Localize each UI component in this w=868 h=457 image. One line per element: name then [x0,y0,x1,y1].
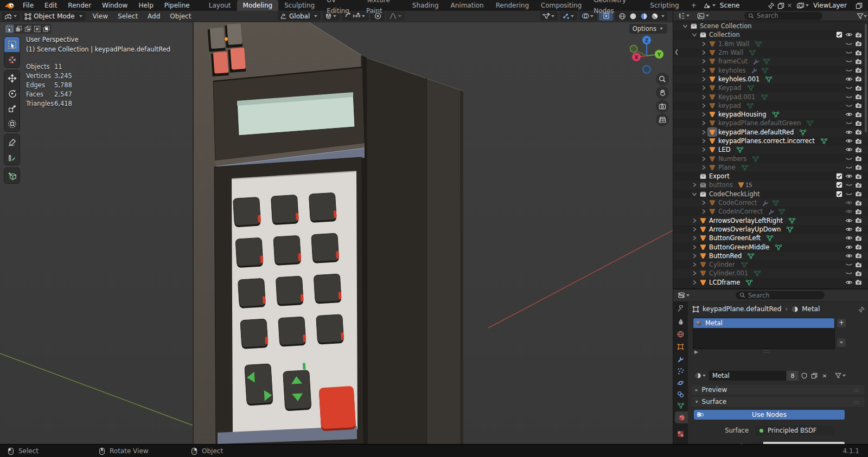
eye-open-icon[interactable] [845,146,853,153]
tool-measure[interactable] [4,150,20,165]
blender-logo-icon[interactable] [4,2,15,9]
chevron-right-icon[interactable] [700,85,707,91]
outliner-row-buttons[interactable]: buttons15 [673,181,868,189]
tab-modeling[interactable]: Modeling [237,0,279,11]
eye-open-icon[interactable] [845,137,853,145]
properties-tab-world[interactable] [673,328,688,340]
chevron-right-icon[interactable] [700,164,707,171]
eye-closed-icon[interactable] [845,119,853,127]
menu-window[interactable]: Window [97,0,133,11]
scene-icon[interactable] [703,2,711,9]
menu-render[interactable]: Render [62,0,97,11]
properties-tab-constraints[interactable] [673,388,688,400]
outliner-row-collection[interactable]: Collection [673,30,868,39]
surface-value-button[interactable]: Principled BSDF [756,426,834,435]
tool-move[interactable] [4,70,20,86]
chevron-right-icon[interactable] [700,146,707,153]
properties-tab-material[interactable] [675,411,688,423]
outliner-row-buttonred[interactable]: ButtonRed [673,252,868,260]
eye-open-icon[interactable] [845,172,853,180]
chevron-right-icon[interactable] [691,244,698,250]
tab-scripting[interactable]: Scripting [644,0,685,11]
properties-search-input[interactable]: Search [736,291,825,299]
tab-rendering[interactable]: Rendering [490,0,535,11]
browse-material-button[interactable] [693,371,709,381]
tab-geometry-nodes[interactable]: Geometry Nodes [588,0,644,16]
properties-tab-object[interactable] [673,340,688,352]
viewlayer-icon[interactable] [796,2,805,9]
eye-open-icon[interactable] [845,226,853,233]
breadcrumb-object[interactable]: keypadPlane.defaultRed [703,305,781,313]
chevron-right-icon[interactable] [691,261,698,268]
scene-name[interactable]: Scene [720,2,768,9]
surface-panel-header[interactable]: ▾ Surface ::::: [691,397,865,407]
menu-file[interactable]: File [17,0,39,11]
outliner-row-keypad[interactable]: keypad [673,101,868,110]
chevron-right-icon[interactable] [691,279,698,286]
chevron-down-icon[interactable] [691,191,698,197]
eye-closed-icon[interactable] [845,49,853,56]
camera-render-icon[interactable] [854,146,863,153]
menu-help[interactable]: Help [133,0,158,11]
outliner-row-keyholes[interactable]: keyholes [673,66,868,74]
eye-closed-icon[interactable] [845,84,853,92]
outliner-row-arrowsoverlayupdown[interactable]: ArrowsOverlayUpDown [673,225,868,234]
collection-checkbox[interactable] [836,173,843,179]
chevron-right-icon[interactable] [700,41,707,47]
eye-open-icon[interactable] [845,199,853,207]
chevron-right-icon[interactable] [700,208,707,215]
camera-render-icon[interactable] [854,85,863,92]
eye-open-icon[interactable] [845,128,853,136]
chevron-right-icon[interactable] [700,102,707,109]
slot-specials-button[interactable] [837,338,846,347]
tab-shading[interactable]: Shading [406,0,445,11]
chevron-right-icon[interactable] [700,67,707,74]
outliner-row-keypadplane-defaultred[interactable]: keypadPlane.defaultRed [673,128,868,137]
viewport-3d[interactable]: Options User Perspective (1) Scene Colle… [0,22,673,444]
chevron-right-icon[interactable] [691,182,698,188]
outliner-row-keypad[interactable]: Keypad [673,83,868,92]
tool-scale[interactable] [4,101,20,116]
tab-[interactable]: + [685,0,703,11]
material-slot-item[interactable]: Metal [693,318,834,328]
outliner-row-codeincorrect[interactable]: CodeInCorrect [673,207,868,216]
camera-render-icon[interactable] [854,217,863,224]
chevron-right-icon[interactable] [700,138,707,144]
eye-closed-icon[interactable] [845,93,853,101]
tool-annotate[interactable] [4,134,20,150]
eye-open-icon[interactable] [845,243,853,251]
outliner-row-framecut[interactable]: frameCut [673,57,868,66]
scene-dropdown-icon[interactable] [712,4,716,7]
pin-icon[interactable] [768,2,775,9]
camera-render-icon[interactable] [854,75,863,82]
select-mode-new[interactable] [5,24,14,33]
eye-closed-icon[interactable] [845,164,853,171]
eye-closed-icon[interactable] [845,261,853,268]
camera-render-icon[interactable] [854,111,863,118]
outliner-row-led[interactable]: LED [673,145,868,154]
collection-checkbox[interactable] [836,182,843,188]
chevron-right-icon[interactable] [700,111,707,118]
camera-render-icon[interactable] [854,67,863,74]
properties-tab-object-data[interactable] [673,400,688,411]
select-mode-intersect[interactable] [42,24,51,33]
eye-open-icon[interactable] [845,208,853,215]
new-material-icon[interactable] [809,371,819,381]
users-count-button[interactable]: 8 [787,371,799,381]
camera-render-icon[interactable] [854,235,863,242]
chevron-right-icon[interactable] [691,217,698,224]
camera-render-icon[interactable] [854,190,863,197]
preview-panel-header[interactable]: ▸ Preview ::::: [691,385,865,395]
outliner-row-plane[interactable]: Plane [673,163,868,172]
outliner-row-buttongreenleft[interactable]: ButtonGreenLeft [673,234,868,242]
outliner-row-codechecklight[interactable]: CodeCheckLight [673,190,868,198]
collection-checkbox[interactable] [836,191,843,197]
unlink-scene-icon[interactable]: ✕ [787,2,792,9]
collection-checkbox[interactable] [836,31,843,38]
outliner-row-keypadhousing[interactable]: keypadHousing [673,110,868,119]
eye-closed-icon[interactable] [845,57,853,65]
outliner-search-input[interactable]: Search [744,12,822,20]
filter-icon[interactable] [857,12,864,20]
chevron-down-icon[interactable] [682,23,688,29]
outliner-row-lcdframe[interactable]: LCDframe [673,278,868,287]
